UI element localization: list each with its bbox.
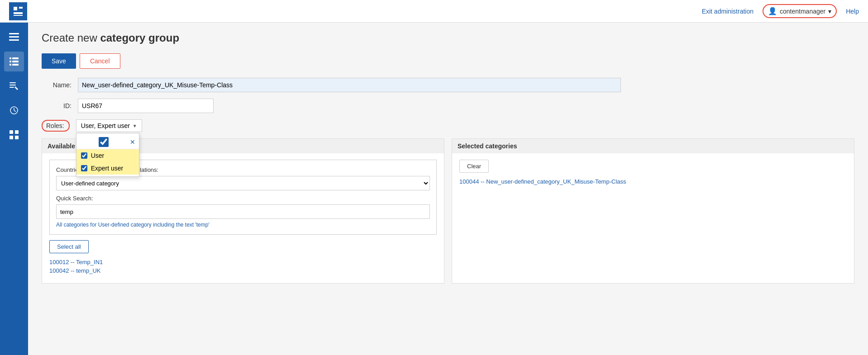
help-link[interactable]: Help [846,8,859,15]
svg-rect-3 [14,15,23,16]
svg-rect-5 [9,36,19,38]
sidebar-item-list[interactable] [4,52,24,71]
svg-rect-2 [14,12,23,14]
sidebar-item-edit[interactable] [4,76,24,96]
svg-rect-11 [10,64,11,66]
search-hint: All categories for User-defined category… [56,222,430,228]
svg-rect-12 [12,64,19,66]
topbar-right: Exit administration 👤 contentmanager ▾ H… [702,4,859,18]
exit-admin-link[interactable]: Exit administration [702,8,754,15]
topbar: Exit administration 👤 contentmanager ▾ H… [0,0,868,23]
dropdown-label-user: User [91,152,105,159]
quick-search-label: Quick Search: [56,195,430,202]
form-buttons: Save Cancel [42,53,854,69]
id-input[interactable] [78,99,214,113]
user-icon: 👤 [768,7,777,15]
result-item-2[interactable]: 100042 -- temp_UK [49,267,437,274]
roles-value: User, Expert user [81,122,130,129]
name-input[interactable] [78,78,621,92]
name-row: Name: [42,78,854,92]
svg-rect-9 [10,61,11,62]
svg-rect-13 [10,82,16,83]
roles-dropdown-trigger[interactable]: User, Expert user ▼ [76,119,142,132]
main-layout: Create new category group Save Cancel Na… [0,23,868,355]
sidebar [0,23,28,355]
svg-rect-1 [19,7,23,9]
dropdown-search-row: ✕ [76,135,139,149]
dropdown-checkbox-user[interactable] [81,152,87,159]
sidebar-item-grid[interactable] [4,125,24,145]
id-row: ID: [42,99,854,113]
svg-rect-20 [10,130,13,134]
page-title: Create new category group [42,32,854,44]
name-label: Name: [42,81,78,89]
dropdown-option-expert[interactable]: Expert user [76,162,139,175]
svg-rect-0 [14,7,17,10]
cancel-button[interactable]: Cancel [80,53,120,69]
result-item-1[interactable]: 100012 -- Temp_IN1 [49,259,437,265]
selected-item-link[interactable]: 100044 -- New_user-defined_category_UK_M… [459,178,847,185]
app-logo[interactable] [9,2,27,20]
select-all-button[interactable]: Select all [49,240,89,253]
user-dropdown-icon: ▾ [828,8,831,15]
user-badge[interactable]: 👤 contentmanager ▾ [763,4,837,18]
dropdown-option-user[interactable]: User [76,149,139,162]
svg-rect-4 [9,33,19,34]
svg-rect-10 [12,61,19,62]
svg-rect-21 [15,130,19,134]
roles-row: Roles: User, Expert user ▼ ✕ User [42,119,854,132]
user-label: contentmanager [780,8,825,15]
roles-dropdown-popup: ✕ User Expert user [76,133,139,177]
svg-rect-14 [10,85,16,85]
chevron-down-icon: ▼ [133,123,137,128]
category-type-select[interactable]: User-defined category [56,176,430,190]
svg-marker-16 [14,86,18,90]
topbar-left [9,2,27,20]
svg-rect-23 [15,136,19,139]
clear-button[interactable]: Clear [459,160,489,173]
selected-categories-panel: Selected categories Clear 100044 -- New_… [452,138,854,284]
id-label: ID: [42,102,78,109]
svg-rect-6 [9,39,19,41]
quick-search-input[interactable] [56,204,430,219]
svg-rect-7 [10,57,11,59]
svg-line-19 [14,110,16,112]
roles-wrapper: User, Expert user ▼ ✕ User Expert [76,119,142,132]
content-area: Create new category group Save Cancel Na… [28,23,868,355]
panels-row: Available categories Countries and inter… [42,138,854,284]
svg-rect-8 [12,57,19,59]
save-button[interactable]: Save [42,53,76,69]
svg-rect-22 [10,136,13,139]
dropdown-checkbox-expert[interactable] [81,165,87,171]
dropdown-select-all-checkbox[interactable] [80,137,127,147]
dropdown-label-expert: Expert user [91,165,124,172]
roles-label: Roles: [42,120,70,132]
svg-rect-15 [10,87,14,88]
selected-categories-title: Selected categories [452,139,854,153]
sidebar-item-menu[interactable] [4,27,24,47]
dropdown-clear-icon[interactable]: ✕ [130,138,135,146]
sidebar-item-clock[interactable] [4,100,24,120]
